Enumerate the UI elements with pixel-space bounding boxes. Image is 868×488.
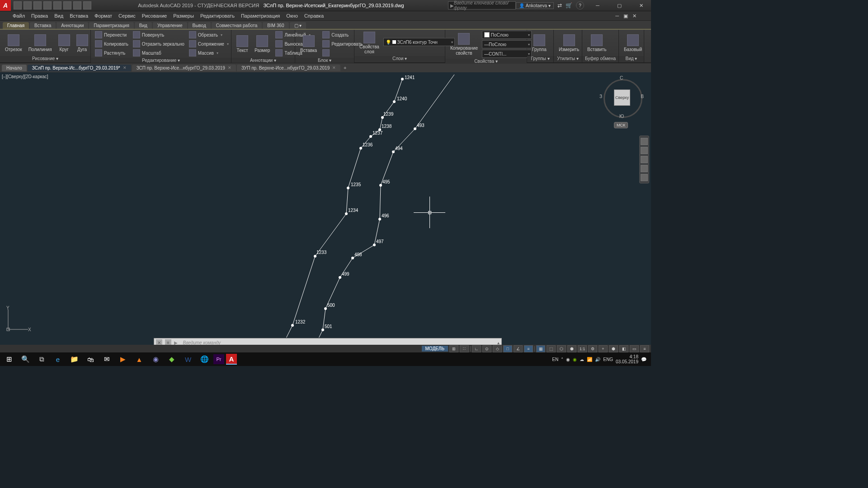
dynamic-ucs[interactable]: ⬢: [567, 345, 576, 352]
menu-help[interactable]: Справка: [304, 13, 324, 19]
qat-redo-icon[interactable]: [73, 1, 81, 9]
linetype-dropdown[interactable]: — CONTI...: [482, 50, 532, 58]
panel-block-title[interactable]: Блок ▾: [295, 58, 354, 63]
doc-close-icon[interactable]: ✕: [631, 13, 638, 19]
arc-button[interactable]: Дуга: [74, 33, 90, 53]
panel-annot-title[interactable]: Аннотации ▾: [231, 58, 295, 63]
panel-groups-title[interactable]: Группы ▾: [527, 56, 553, 62]
copy-button[interactable]: Копировать: [94, 40, 130, 48]
file-tab-2[interactable]: ЗСП пр. Верхне-Исе...нбургГО_29.03.2019✕: [132, 65, 236, 71]
mail-icon[interactable]: ✉: [99, 353, 114, 366]
menu-format[interactable]: Формат: [94, 13, 112, 19]
drawing-viewport[interactable]: [–][Сверху][2D-каркас] 12411240123912381…: [0, 72, 651, 338]
tray-clock[interactable]: 4:1803.05.2019: [616, 354, 638, 364]
word-icon[interactable]: W: [181, 353, 195, 366]
annotation-monitor[interactable]: +: [599, 345, 608, 352]
chrome-icon[interactable]: 🌐: [197, 353, 212, 366]
media-icon[interactable]: ▶: [116, 353, 130, 366]
taskview-button[interactable]: ⧉: [34, 353, 49, 366]
scale-button[interactable]: Масштаб: [132, 49, 186, 57]
nav-showmotion-icon[interactable]: [641, 174, 648, 181]
fillet-button[interactable]: Сопряжение▾: [188, 40, 230, 48]
viewcube-north[interactable]: С: [620, 75, 623, 80]
tray-notifications-icon[interactable]: 💬: [641, 357, 646, 362]
tray-lang1[interactable]: EN: [552, 357, 558, 362]
move-button[interactable]: Перенести: [94, 31, 130, 39]
isodraft-toggle[interactable]: ◇: [493, 345, 502, 352]
tab-parametric[interactable]: Параметризация: [89, 22, 134, 29]
annotation-scale[interactable]: 1:1: [578, 345, 587, 352]
viewcube-west[interactable]: З: [599, 94, 602, 99]
panel-layers-title[interactable]: Слои ▾: [354, 56, 445, 62]
transparency-toggle[interactable]: ▦: [536, 345, 545, 352]
help-icon[interactable]: ?: [576, 1, 584, 9]
tab-insert[interactable]: Вставка: [30, 22, 56, 29]
menu-file[interactable]: Файл: [13, 13, 25, 19]
qat-new-icon[interactable]: [14, 1, 22, 9]
menu-view[interactable]: Вид: [54, 13, 63, 19]
close-tab-icon[interactable]: ✕: [228, 66, 231, 70]
file-tab-3[interactable]: ЗУП пр. Верхне-Исе...нбургГО_29.03.2019✕: [237, 65, 340, 71]
panel-utils-title[interactable]: Утилиты ▾: [554, 56, 582, 62]
otrack-toggle[interactable]: ∠: [514, 345, 523, 352]
model-space-button[interactable]: МОДЕЛЬ: [422, 346, 448, 352]
menu-draw[interactable]: Рисование: [142, 13, 167, 19]
panel-modify-title[interactable]: Редактирование ▾: [91, 58, 231, 63]
tray-nvidia-icon[interactable]: ◉: [573, 357, 577, 362]
search-button[interactable]: 🔍: [18, 353, 33, 366]
menu-edit[interactable]: Правка: [31, 13, 48, 19]
ucs-badge[interactable]: МСК: [614, 122, 628, 128]
cart-icon[interactable]: 🛒: [566, 2, 572, 9]
clean-screen[interactable]: ▭: [630, 345, 639, 352]
trim-button[interactable]: Обрезать▾: [188, 31, 230, 39]
nav-orbit-icon[interactable]: [641, 165, 648, 172]
paste-button[interactable]: Вставить: [585, 33, 609, 53]
menu-modify[interactable]: Редактировать: [200, 13, 235, 19]
lineweight-dropdown[interactable]: — ПоСлою: [482, 40, 532, 48]
close-tab-icon[interactable]: ✕: [332, 66, 336, 70]
explorer-icon[interactable]: 📁: [67, 353, 81, 366]
grid-toggle[interactable]: ⊞: [449, 345, 458, 352]
close-button[interactable]: ✕: [633, 0, 649, 11]
lwt-toggle[interactable]: ≡: [524, 345, 533, 352]
tab-output[interactable]: Вывод: [188, 22, 211, 29]
maximize-button[interactable]: ▢: [611, 0, 627, 11]
ucs-icon[interactable]: YX: [5, 306, 32, 333]
stretch-button[interactable]: Растянуть: [94, 49, 130, 57]
user-button[interactable]: 👤 Ankotaeva ▾: [516, 2, 554, 9]
doc-minimize-icon[interactable]: ─: [613, 13, 621, 19]
start-button[interactable]: ⊞: [2, 353, 16, 366]
circle-button[interactable]: Круг: [56, 33, 72, 53]
edge-icon[interactable]: e: [51, 353, 65, 366]
polar-toggle[interactable]: ⊙: [482, 345, 491, 352]
menu-window[interactable]: Окно: [286, 13, 298, 19]
menu-parametric[interactable]: Параметризация: [241, 13, 280, 19]
workspace-toggle[interactable]: ⚙: [588, 345, 597, 352]
nav-wheel-icon[interactable]: [641, 138, 648, 145]
vlc-icon[interactable]: ▲: [132, 353, 146, 366]
selection-cycling[interactable]: ⬚: [547, 345, 556, 352]
panel-draw-title[interactable]: Рисование ▾: [0, 56, 90, 62]
isolate-objects[interactable]: ◧: [619, 345, 628, 352]
qat-more-icon[interactable]: [83, 1, 91, 9]
cmd-expand-icon[interactable]: ▴: [497, 340, 500, 345]
polyline-button[interactable]: Полилиния: [26, 33, 54, 53]
premiere-icon[interactable]: Pr: [213, 354, 224, 364]
layer-dropdown[interactable]: 💡 ЗСлП6 контур Точн: [383, 38, 455, 46]
tray-volume-icon[interactable]: 🔊: [595, 357, 600, 362]
menu-dimension[interactable]: Размеры: [173, 13, 194, 19]
viewcube-face[interactable]: Сверху: [614, 89, 630, 106]
dimension-button[interactable]: Размер: [252, 34, 272, 54]
doc-restore-icon[interactable]: ▣: [622, 13, 630, 19]
tab-bim360[interactable]: BIM 360: [263, 22, 288, 29]
snap-toggle[interactable]: ∷: [460, 345, 469, 352]
mirror-button[interactable]: Отразить зеркально: [132, 40, 186, 48]
group-button[interactable]: Группа: [530, 33, 549, 53]
tray-lang2[interactable]: ENG: [603, 357, 613, 362]
layer-props-button[interactable]: Свойства слоя: [357, 31, 382, 55]
nav-zoom-icon[interactable]: [641, 156, 648, 163]
menu-tools[interactable]: Сервис: [118, 13, 136, 19]
qat-plot-icon[interactable]: [53, 1, 61, 9]
customize-status[interactable]: ≡: [640, 345, 649, 352]
panel-clip-title[interactable]: Буфер обмена: [582, 56, 618, 62]
